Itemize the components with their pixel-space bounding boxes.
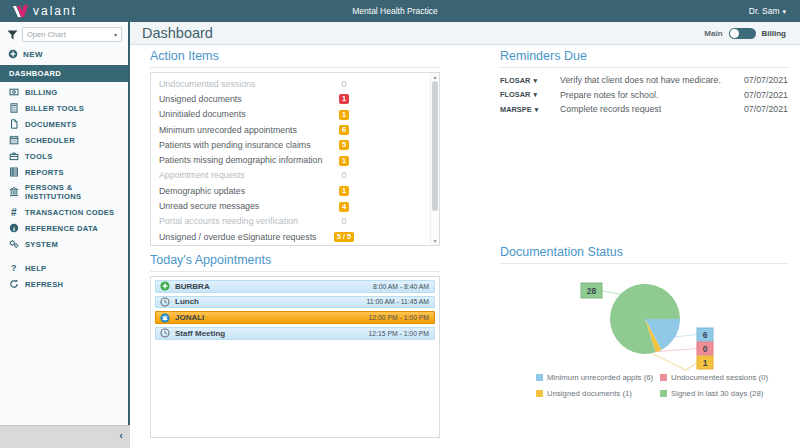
action-item-label: Unread secure messages (159, 201, 327, 211)
sidebar-item-label: TRANSACTION CODES (25, 208, 114, 217)
appointment-row-selected[interactable]: JONALI 12:00 PM - 1:00 PM (155, 311, 435, 324)
scrollbar[interactable]: ▲ ▼ (430, 73, 439, 245)
action-item-row: Appointment requests 0 (151, 168, 439, 183)
appointment-time: 12:15 PM - 1:00 PM (369, 330, 429, 337)
open-chart-input[interactable] (27, 30, 114, 39)
reminder-date: 07/07/2021 (736, 90, 788, 100)
page-title: Dashboard (130, 25, 704, 41)
action-item-label: Demographic updates (159, 186, 327, 196)
reminder-client-menu[interactable]: MARSPE (500, 105, 560, 114)
main-billing-switch[interactable] (729, 28, 756, 39)
appointment-row[interactable]: BURBRA 8:00 AM - 8:40 AM (155, 280, 435, 293)
action-item-label: Unsigned / overdue eSignature requests (159, 232, 327, 242)
legend-item: Unsigned documents (1) (536, 389, 660, 398)
appointments-panel: BURBRA 8:00 AM - 8:40 AM Lunch 11:00 AM … (150, 276, 440, 438)
count-badge: 4 (339, 202, 349, 212)
action-item-row[interactable]: Demographic updates 1 (151, 183, 439, 198)
appointment-time: 11:00 AM - 11:45 AM (367, 298, 429, 305)
scroll-down-icon[interactable]: ▼ (431, 238, 439, 244)
reminder-row: FLOSAR Verify that client does not have … (500, 73, 788, 88)
reminder-text: Verify that client does not have medicar… (560, 75, 736, 85)
legend-swatch-yellow (536, 390, 543, 397)
action-item-row[interactable]: Patients with pending insurance claims 5 (151, 137, 439, 152)
sidebar-item-label: REFRESH (25, 280, 63, 289)
reminder-client-menu[interactable]: FLOSAR (500, 90, 560, 99)
reminders-title: Reminders Due (500, 49, 788, 68)
svg-text:#: # (11, 207, 17, 217)
legend-item: Signed in last 30 days (28) (660, 389, 768, 398)
reminders-list: FLOSAR Verify that client does not have … (500, 73, 788, 117)
legend-label: Unsigned documents (1) (547, 389, 632, 398)
sidebar-item-label: HELP (25, 264, 46, 273)
reminder-text: Prepare notes for school. (560, 90, 736, 100)
sidebar-item-label: BILLING (25, 88, 57, 97)
sidebar-item-label: DASHBOARD (8, 69, 61, 78)
svg-text:0: 0 (703, 344, 708, 354)
collapse-sidebar-icon[interactable]: ‹ (119, 429, 123, 441)
reminder-text: Complete records request (560, 104, 736, 114)
open-chart-combobox[interactable]: ▾ (22, 27, 122, 42)
top-bar: valant Mental Health Practice Dr. Sam (0, 0, 800, 22)
app-window: valant Mental Health Practice Dr. Sam ▾ … (0, 0, 800, 448)
legend-item: Undocumented sessions (0) (660, 373, 768, 382)
scrollbar-thumb[interactable] (432, 81, 438, 211)
filter-icon (7, 30, 18, 40)
legend-label: Undocumented sessions (0) (671, 373, 768, 382)
appointment-row[interactable]: Lunch 11:00 AM - 11:45 AM (155, 296, 435, 309)
action-item-row: Undocumented sessions 0 (151, 76, 439, 91)
sidebar-item-label: PERSONS & INSTITUTIONS (25, 183, 120, 201)
svg-text:28: 28 (587, 286, 597, 296)
action-item-row[interactable]: Patients missing demographic information… (151, 152, 439, 167)
sidebar-item-billing[interactable]: BILLING (0, 84, 128, 100)
sidebar-item-label: REPORTS (25, 168, 64, 177)
action-item-row[interactable]: Uninitialed documents 1 (151, 107, 439, 122)
toggle-label-billing: Billing (762, 29, 786, 38)
callout-signed: 28 (581, 283, 602, 298)
legend-item: Minimum unrecorded appts (6) (536, 373, 660, 382)
action-item-row[interactable]: Minimum unrecorded appointments 6 (151, 122, 439, 137)
sidebar-item-tools[interactable]: TOOLS (0, 148, 128, 164)
reminder-date: 07/07/2021 (736, 75, 788, 85)
callout-unrecorded: 6 (697, 328, 713, 341)
appointment-name: Lunch (175, 297, 367, 306)
new-button[interactable]: NEW (0, 46, 128, 65)
appointment-row[interactable]: Staff Meeting 12:15 PM - 1:00 PM (155, 327, 435, 340)
action-item-label: Portal accounts needing verification (159, 216, 327, 226)
pie-legend: Minimum unrecorded appts (6) Undocumente… (536, 373, 768, 398)
action-item-row[interactable]: Unread secure messages 4 (151, 198, 439, 213)
svg-text:1: 1 (703, 358, 708, 368)
legend-swatch-blue (536, 374, 543, 381)
sidebar-item-transaction-codes[interactable]: # TRANSACTION CODES (0, 204, 128, 220)
sidebar-item-scheduler[interactable]: SCHEDULER (0, 132, 128, 148)
legend-swatch-green (660, 390, 667, 397)
reminder-row: FLOSAR Prepare notes for school. 07/07/2… (500, 88, 788, 103)
action-item-row[interactable]: Unsigned / overdue eSignature requests 5… (151, 229, 439, 244)
chevron-down-icon[interactable]: ▾ (114, 31, 117, 38)
sidebar: ▾ NEW DASHBOARD BILLING BILLER TOOLS (0, 22, 130, 425)
action-item-label: Minimum unrecorded appointments (159, 125, 327, 135)
sidebar-item-system[interactable]: SYSTEM (0, 236, 128, 252)
billing-icon (8, 87, 19, 97)
valant-logo-icon (12, 5, 28, 18)
toggle-label-main: Main (704, 29, 722, 38)
sidebar-item-reference-data[interactable]: i REFERENCE DATA (0, 220, 128, 236)
sidebar-item-help[interactable]: ? HELP (0, 260, 128, 276)
sidebar-item-biller-tools[interactable]: BILLER TOOLS (0, 100, 128, 116)
scroll-up-icon[interactable]: ▲ (431, 74, 439, 80)
action-item-label: Patients with pending insurance claims (159, 140, 327, 150)
user-menu[interactable]: Dr. Sam (660, 6, 800, 16)
sidebar-item-documents[interactable]: DOCUMENTS (0, 116, 128, 132)
reminder-client-menu[interactable]: FLOSAR (500, 76, 560, 85)
sidebar-item-refresh[interactable]: REFRESH (0, 276, 128, 292)
sidebar-footer: ‹ (0, 425, 130, 448)
action-item-row[interactable]: Unsigned documents 1 (151, 91, 439, 106)
sidebar-item-reports[interactable]: REPORTS (0, 164, 128, 180)
sidebar-item-persons-institutions[interactable]: PERSONS & INSTITUTIONS (0, 180, 128, 204)
action-item-label: Patients missing demographic information (159, 155, 327, 165)
sidebar-item-dashboard[interactable]: DASHBOARD (0, 65, 128, 82)
action-item-count: 0 (327, 79, 361, 89)
clock-icon (160, 297, 170, 307)
svg-text:6: 6 (703, 330, 708, 340)
reminder-date: 07/07/2021 (736, 104, 788, 114)
count-badge: 1 (339, 186, 349, 196)
